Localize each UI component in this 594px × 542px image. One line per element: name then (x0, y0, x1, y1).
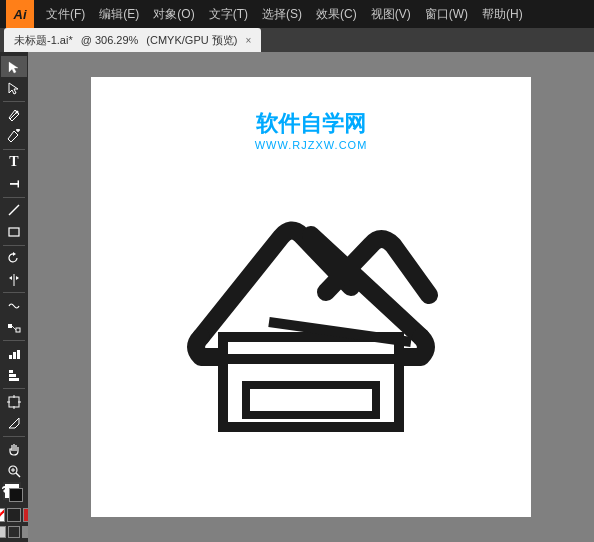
direct-select-tool[interactable] (1, 77, 27, 98)
none-swatch[interactable] (0, 508, 5, 522)
canvas-area: 软件自学网 WWW.RJZXW.COM (28, 52, 594, 542)
svg-line-13 (12, 326, 16, 330)
add-anchor-tool[interactable] (1, 125, 27, 146)
watermark-url: WWW.RJZXW.COM (255, 139, 368, 151)
svg-rect-6 (9, 228, 19, 236)
rect-tool[interactable] (1, 221, 27, 242)
extra-swatch-1[interactable] (0, 526, 6, 538)
main-icon-svg (171, 167, 451, 447)
svg-line-26 (9, 418, 19, 428)
rotate-tool[interactable] (1, 248, 27, 269)
tab-title: 未标题-1.ai* (14, 33, 73, 48)
artboard-tool[interactable] (1, 391, 27, 412)
watermark-title: 软件自学网 (255, 109, 368, 139)
menu-effect[interactable]: 效果(C) (310, 4, 363, 25)
svg-rect-19 (9, 378, 19, 381)
tab-bar: 未标题-1.ai* @ 306.29% (CMYK/GPU 预览) × (0, 28, 594, 52)
svg-marker-10 (16, 276, 19, 280)
menu-select[interactable]: 选择(S) (256, 4, 308, 25)
svg-rect-15 (13, 352, 16, 359)
pen-tool[interactable] (1, 104, 27, 125)
background-color[interactable] (9, 488, 23, 502)
main-area: T T (0, 52, 594, 542)
reflect-tool[interactable] (1, 269, 27, 290)
tab-mode: (CMYK/GPU 预览) (146, 33, 237, 48)
ai-logo: Ai (6, 0, 34, 28)
menu-object[interactable]: 对象(O) (147, 4, 200, 25)
svg-line-5 (9, 205, 19, 215)
svg-rect-14 (9, 355, 12, 359)
menu-bar[interactable]: 文件(F) 编辑(E) 对象(O) 文字(T) 选择(S) 效果(C) 视图(V… (40, 4, 529, 25)
watermark: 软件自学网 WWW.RJZXW.COM (255, 109, 368, 151)
svg-rect-11 (8, 324, 12, 328)
menu-edit[interactable]: 编辑(E) (93, 4, 145, 25)
canvas-paper: 软件自学网 WWW.RJZXW.COM (91, 77, 531, 517)
slice-tool[interactable] (1, 413, 27, 434)
left-toolbar: T T (0, 52, 28, 542)
svg-marker-1 (9, 83, 18, 94)
blend-tool[interactable] (1, 317, 27, 338)
svg-rect-36 (246, 385, 376, 415)
line-tool[interactable] (1, 200, 27, 221)
color-swatches (0, 482, 28, 542)
warp-tool[interactable] (1, 295, 27, 316)
hand-tool[interactable] (1, 439, 27, 460)
svg-rect-12 (16, 328, 20, 332)
extra-tool-icons (0, 526, 28, 538)
select-tool[interactable] (1, 56, 27, 77)
svg-line-28 (16, 473, 20, 477)
column-graph-tool[interactable] (1, 343, 27, 364)
svg-point-2 (16, 110, 19, 113)
bar-graph-tool[interactable] (1, 365, 27, 386)
menu-file[interactable]: 文件(F) (40, 4, 91, 25)
extra-swatch-2[interactable] (8, 526, 20, 538)
type-tool[interactable]: T (1, 152, 27, 173)
zoom-tool[interactable] (1, 460, 27, 481)
vertical-type-tool[interactable]: T (1, 173, 27, 194)
document-tab[interactable]: 未标题-1.ai* @ 306.29% (CMYK/GPU 预览) × (4, 28, 261, 52)
menu-text[interactable]: 文字(T) (203, 4, 254, 25)
svg-marker-0 (9, 62, 18, 73)
svg-rect-18 (9, 374, 16, 377)
svg-marker-7 (13, 252, 16, 256)
title-bar: Ai 文件(F) 编辑(E) 对象(O) 文字(T) 选择(S) 效果(C) 视… (0, 0, 594, 28)
menu-window[interactable]: 窗口(W) (419, 4, 474, 25)
svg-rect-16 (17, 350, 20, 359)
svg-rect-17 (9, 370, 13, 373)
svg-marker-9 (9, 276, 12, 280)
tab-close-button[interactable]: × (245, 35, 251, 46)
swap-colors-icon[interactable] (1, 482, 9, 490)
tab-zoom: @ 306.29% (81, 34, 139, 46)
none-black-swatches (0, 508, 28, 522)
black-swatch[interactable] (7, 508, 21, 522)
svg-rect-20 (9, 397, 19, 407)
menu-view[interactable]: 视图(V) (365, 4, 417, 25)
svg-line-31 (0, 509, 5, 522)
menu-help[interactable]: 帮助(H) (476, 4, 529, 25)
